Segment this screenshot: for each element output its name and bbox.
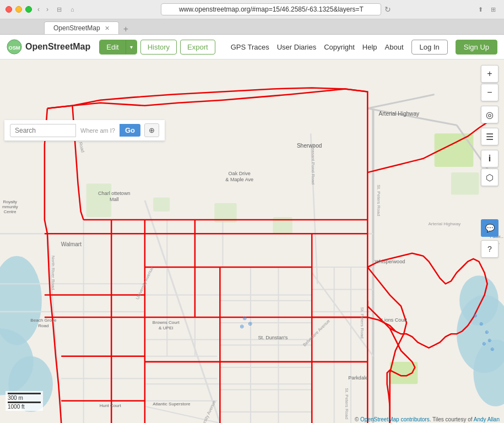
svg-text:⊕: ⊕ (485, 329, 489, 335)
map-attribution: © OpenStreetMap contributors. Tiles cour… (355, 416, 500, 422)
scale-bar-inner: 300 m 1000 ft (6, 391, 43, 411)
svg-text:Royalty: Royalty (3, 199, 17, 204)
signup-button[interactable]: Sign Up (456, 40, 497, 55)
info-icon: i (489, 154, 491, 164)
svg-text:⊕: ⊕ (248, 321, 252, 327)
svg-text:North River Road: North River Road (51, 256, 56, 290)
copyright-link[interactable]: Copyright (324, 43, 355, 51)
svg-text:Oak Drive: Oak Drive (229, 171, 251, 176)
osm-header: OSM OpenStreetMap Edit ▾ History Export … (0, 35, 504, 59)
svg-text:Centre: Centre (4, 209, 17, 214)
svg-text:Walmart: Walmart (61, 241, 82, 247)
svg-text:Sherwood: Sherwood (297, 143, 322, 149)
osm-copyright-link[interactable]: OpenStreetMap contributors (360, 416, 430, 422)
browser-titlebar: ‹ › ⊟ ⌂ ↻ ⬆ ⊞ (0, 0, 504, 19)
scale-bar: 300 m 1000 ft (6, 391, 43, 411)
info-button[interactable]: i (481, 150, 498, 167)
home-button[interactable]: ⌂ (68, 5, 77, 14)
layers-button[interactable]: ☰ (481, 128, 498, 145)
forward-button[interactable]: › (44, 4, 51, 14)
locate-icon: ◎ (486, 110, 494, 120)
svg-text:St. Peters Road: St. Peters Road (360, 307, 365, 339)
svg-text:Atlantic Superstore: Atlantic Superstore (153, 402, 191, 406)
svg-text:⊕: ⊕ (482, 341, 486, 346)
share-map-button[interactable]: ⬡ (481, 169, 498, 186)
gps-traces-link[interactable]: GPS Traces (231, 43, 269, 51)
browser-nav-buttons: ‹ › (35, 4, 51, 14)
svg-text:St. Peters Road: St. Peters Road (344, 388, 349, 419)
zoom-out-button[interactable]: − (481, 84, 498, 101)
svg-text:& Maple Ave: & Maple Ave (225, 177, 253, 182)
zoom-out-icon: − (487, 88, 492, 97)
edit-dropdown-button[interactable]: ▾ (126, 40, 137, 54)
add-bookmark-button[interactable]: ⊞ (488, 5, 498, 14)
where-am-i-label: Where am I? (80, 127, 115, 134)
header-right-nav: GPS Traces User Diaries Copyright Help A… (231, 40, 497, 55)
andy-allan-link[interactable]: Andy Allan (474, 416, 500, 422)
svg-text:Parkdale: Parkdale (348, 375, 368, 381)
tab-title: OpenStreetMap (53, 24, 100, 32)
header-nav: Edit ▾ History Export (99, 40, 215, 55)
help-map-button[interactable]: ? (481, 240, 498, 258)
new-tab-button[interactable]: + (121, 24, 131, 34)
history-button[interactable]: History (140, 40, 177, 55)
zoom-in-button[interactable]: + (481, 65, 498, 83)
search-geo-button[interactable]: ⊕ (144, 123, 159, 137)
search-input[interactable] (10, 124, 76, 137)
attribution-text: © OpenStreetMap contributors. Tiles cour… (355, 416, 500, 422)
svg-rect-14 (451, 172, 479, 194)
export-button[interactable]: Export (180, 40, 215, 55)
svg-text:OSM: OSM (8, 45, 20, 51)
scale-label-feet: 1000 ft (8, 404, 41, 410)
svg-text:⊕: ⊕ (479, 321, 484, 327)
about-link[interactable]: About (385, 43, 404, 51)
svg-text:Arterial Highway: Arterial Highway (428, 221, 461, 226)
layers-icon: ☰ (486, 132, 494, 142)
scale-label-meters: 300 m (8, 395, 41, 401)
maximize-button[interactable] (25, 6, 32, 13)
svg-text:St. Peters Road: St. Peters Road (376, 185, 381, 216)
minimize-button[interactable] (15, 6, 22, 13)
edit-button-group: Edit ▾ (99, 40, 137, 55)
active-tab[interactable]: OpenStreetMap ✕ (44, 21, 119, 34)
tab-close-button[interactable]: ✕ (105, 25, 110, 32)
locate-me-button[interactable]: ◎ (481, 106, 498, 123)
svg-text:⊕: ⊕ (473, 313, 478, 318)
share-icon: ⬡ (486, 172, 494, 183)
svg-text:St. Dunstan's: St. Dunstan's (258, 335, 288, 340)
edit-button[interactable]: Edit (100, 40, 125, 54)
help-link[interactable]: Help (362, 43, 377, 51)
svg-text:⊕: ⊕ (240, 323, 244, 329)
svg-text:Mall: Mall (110, 197, 119, 202)
osm-logo[interactable]: OSM OpenStreetMap (7, 39, 90, 55)
traffic-lights (6, 6, 32, 13)
scale-line-feet (8, 402, 41, 403)
url-input[interactable] (161, 3, 381, 15)
svg-text:Charl ottetown: Charl ottetown (98, 191, 131, 196)
map-controls: + − ◎ ☰ i ⬡ (481, 65, 498, 186)
svg-text:⊕: ⊕ (490, 346, 495, 352)
search-go-button[interactable]: Go (120, 124, 140, 137)
sidebar-toggle-button[interactable]: ⊟ (54, 5, 64, 14)
chat-button[interactable]: 💬 (481, 219, 498, 237)
osm-application: OSM OpenStreetMap Edit ▾ History Export … (0, 35, 504, 423)
login-button[interactable]: Log In (411, 40, 448, 55)
close-button[interactable] (6, 6, 12, 13)
search-bar: Where am I? Go ⊕ (4, 120, 165, 141)
share-button[interactable]: ⬆ (475, 5, 486, 14)
svg-text:Road: Road (38, 323, 48, 328)
refresh-button[interactable]: ↻ (384, 5, 391, 14)
user-diaries-link[interactable]: User Diaries (277, 43, 317, 51)
svg-rect-9 (153, 198, 170, 212)
zoom-in-icon: + (487, 69, 492, 79)
map-container[interactable]: Where am I? Go ⊕ (0, 59, 504, 423)
svg-text:Pleasant Pond Road: Pleasant Pond Road (311, 144, 316, 185)
back-button[interactable]: ‹ (35, 4, 42, 14)
svg-rect-15 (86, 183, 111, 217)
svg-text:Browns Court: Browns Court (153, 320, 180, 325)
chat-icon: 💬 (485, 224, 495, 232)
browser-right-buttons: ⬆ ⊞ (475, 5, 498, 14)
svg-text:Hunt Court: Hunt Court (100, 403, 122, 408)
svg-text:Lions Court: Lions Court (382, 317, 408, 323)
map-svg: Arterial Highway Sherwood Oak Drive & Ma… (0, 59, 504, 423)
